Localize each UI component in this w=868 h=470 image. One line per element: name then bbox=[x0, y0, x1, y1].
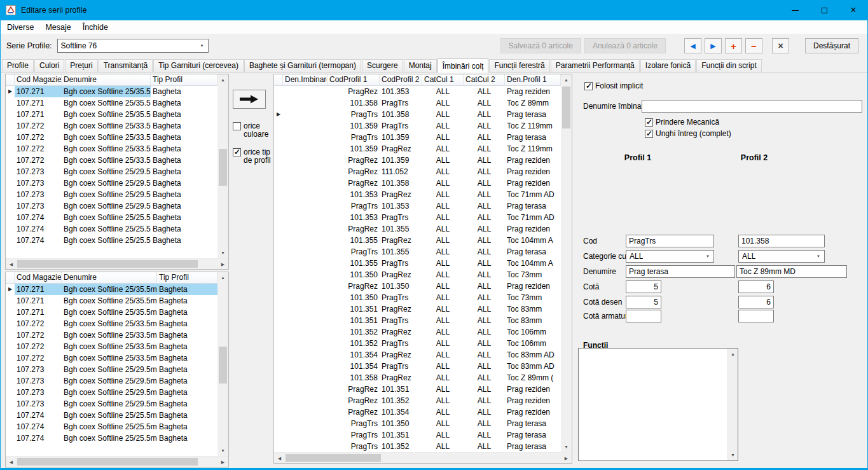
table-row[interactable]: PragTrs101.353ALLALLPrag terasa bbox=[274, 200, 561, 212]
table-row[interactable]: PragTrs101.355ALLALLPrag terasa bbox=[274, 246, 561, 258]
table-row[interactable]: 107.273Bgh coex Softline 25/29.5mmBaghet… bbox=[6, 364, 217, 375]
categorie-cul-2-combobox[interactable]: ALL ▼ bbox=[738, 250, 825, 263]
add-record-button[interactable]: + bbox=[725, 38, 742, 53]
folosit-implicit-checkbox[interactable]: Folosit implicit bbox=[584, 82, 643, 90]
table-row[interactable]: 107.272Bgh coex Softline 25/33.5mmBaghet… bbox=[6, 329, 217, 341]
table-row[interactable]: 101.351PragTrsALLALLToc 83mm bbox=[274, 315, 561, 326]
close-button[interactable]: × bbox=[839, 0, 868, 20]
table-row[interactable]: 101.351PragRezALLALLToc 83mm bbox=[274, 303, 561, 315]
table-row[interactable]: 101.354PragTrsALLALLToc 83mm AD bbox=[274, 361, 561, 372]
scroll-up-button[interactable]: ▲ bbox=[561, 74, 572, 85]
tab-parametrii-performanță[interactable]: Parametrii Performanță bbox=[551, 59, 640, 72]
table-row[interactable]: 101.358PragTrsALLALLToc Z 89mm bbox=[274, 97, 561, 109]
column-header[interactable]: CodProfil 2 bbox=[380, 74, 422, 86]
scroll-down-button[interactable]: ▼ bbox=[727, 450, 738, 460]
orice-culoare-checkbox[interactable]: orice culoare bbox=[233, 122, 272, 139]
table-row[interactable]: ▶107.271Bgh coex Softline 25/35.5mmBaghe… bbox=[6, 284, 217, 295]
table-row[interactable]: 107.272Bgh coex Softline 25/33.5mmBaghet… bbox=[6, 143, 217, 155]
table-row[interactable]: 107.271Bgh coex Softline 25/35.5mmBaghet… bbox=[6, 109, 217, 120]
cota-armatura-2-input[interactable] bbox=[738, 310, 774, 322]
unghi-intreg-checkbox[interactable]: Unghi întreg (complet) bbox=[645, 130, 731, 138]
scroll-down-button[interactable]: ▼ bbox=[217, 445, 228, 456]
table-row[interactable]: 101.350PragTrsALLALLToc 73mm bbox=[274, 292, 561, 303]
scrollbar-track[interactable] bbox=[727, 359, 738, 450]
scroll-down-button[interactable]: ▼ bbox=[561, 441, 572, 452]
categorie-cul-1-combobox[interactable]: ALL ▼ bbox=[626, 250, 714, 263]
table-row[interactable]: 101.354PragRezALLALLToc 83mm AD bbox=[274, 349, 561, 361]
table-row[interactable]: 107.272Bgh coex Softline 25/33.5mmBaghet… bbox=[6, 120, 217, 132]
scroll-up-button[interactable]: ▲ bbox=[217, 272, 228, 283]
tab-baghete-și-garnituri-termopan-[interactable]: Baghete și Garnituri (termopan) bbox=[244, 59, 361, 72]
column-header[interactable]: Cod Magazie bbox=[15, 74, 62, 86]
table-row[interactable]: 107.271Bgh coex Softline 25/35.5mmBaghet… bbox=[6, 307, 217, 318]
cancel-articles-button[interactable]: Anulează 0 articole bbox=[584, 38, 666, 53]
functii-textarea[interactable]: ▲ ▼ bbox=[578, 348, 738, 461]
scroll-right-button[interactable]: ▶ bbox=[561, 453, 572, 464]
denumire-profil-1-input[interactable] bbox=[626, 265, 735, 278]
table-row[interactable]: 101.358PragRezALLALLToc Z 89mm ( bbox=[274, 372, 561, 384]
table-row[interactable]: 107.274Bgh coex Softline 25/25.5mmBaghet… bbox=[6, 223, 217, 235]
table-row[interactable]: PragRez101.355ALLALLPrag reziden bbox=[274, 223, 561, 235]
table-row[interactable]: 107.273Bgh coex Softline 25/29.5mmBaghet… bbox=[6, 177, 217, 189]
scrollbar-track[interactable] bbox=[285, 453, 561, 463]
tab-funcții-din-script[interactable]: Funcții din script bbox=[696, 59, 762, 72]
column-header[interactable]: Denumire bbox=[62, 74, 151, 86]
table-row[interactable]: 107.273Bgh coex Softline 25/29.5mmBaghet… bbox=[6, 398, 217, 410]
scroll-right-button[interactable]: ▶ bbox=[217, 259, 228, 270]
table-row[interactable]: 101.359PragRezALLALLToc Z 119mm bbox=[274, 143, 561, 155]
column-header[interactable]: Tip Profil bbox=[157, 272, 217, 284]
table-row[interactable]: PragRez101.353ALLALLPrag reziden bbox=[274, 86, 561, 97]
table-row[interactable]: 107.272Bgh coex Softline 25/33.5mmBaghet… bbox=[6, 318, 217, 329]
table-row[interactable]: 107.274Bgh coex Softline 25/25.5mmBaghet… bbox=[6, 212, 217, 223]
table-row[interactable]: PragTrs101.350ALLALLPrag terasa bbox=[274, 418, 561, 429]
table-row[interactable]: 101.352PragTrsALLALLToc 106mm bbox=[274, 338, 561, 349]
scroll-left-button[interactable]: ◀ bbox=[274, 453, 285, 464]
scrollbar-thumb[interactable] bbox=[286, 454, 381, 462]
table-row[interactable]: 101.355PragRezALLALLToc 104mm A bbox=[274, 235, 561, 246]
desfasurat-button[interactable]: Desfășurat bbox=[805, 38, 858, 53]
orice-tip-profil-checkbox[interactable]: orice tip de profil bbox=[233, 148, 272, 165]
transfer-button[interactable] bbox=[233, 90, 266, 109]
table-row[interactable]: 107.272Bgh coex Softline 25/33.5mmBaghet… bbox=[6, 132, 217, 143]
column-header[interactable]: Den.Profil 1 bbox=[505, 74, 561, 86]
column-header[interactable]: CatCul 1 bbox=[422, 74, 464, 86]
table-row[interactable]: 107.274Bgh coex Softline 25/25.5mmBaghet… bbox=[6, 432, 217, 444]
table-row[interactable]: 107.272Bgh coex Softline 25/33.5mmBaghet… bbox=[6, 352, 217, 364]
denumire-imbinare-input[interactable] bbox=[642, 100, 862, 113]
scrollbar-thumb[interactable] bbox=[17, 260, 198, 268]
maximize-button[interactable] bbox=[809, 0, 839, 20]
column-header[interactable]: Cod Magazie bbox=[15, 272, 62, 284]
tab-funcții-ferestră[interactable]: Funcții ferestră bbox=[489, 59, 549, 72]
scroll-up-button[interactable]: ▲ bbox=[217, 74, 228, 85]
minimize-button[interactable] bbox=[780, 0, 809, 20]
vertical-scrollbar[interactable]: ▲ ▼ bbox=[727, 349, 738, 460]
tab-tip-garnituri-cercevea-[interactable]: Tip Garnituri (cercevea) bbox=[153, 59, 244, 72]
table-row[interactable]: 101.359PragTrsALLALLToc Z 119mm bbox=[274, 120, 561, 132]
table-row[interactable]: 101.350PragRezALLALLToc 73mm bbox=[274, 269, 561, 280]
serie-profile-combobox[interactable]: Softline 76 ▼ bbox=[57, 39, 209, 53]
tab-izolare-fonică[interactable]: Izolare fonică bbox=[640, 59, 696, 72]
tab-scurgere[interactable]: Scurgere bbox=[362, 59, 403, 72]
scrollbar-thumb[interactable] bbox=[17, 458, 198, 466]
table-row[interactable]: 107.271Bgh coex Softline 25/35.5mmBaghet… bbox=[6, 295, 217, 307]
next-record-button[interactable]: ▶ bbox=[705, 38, 722, 53]
chevron-down-icon[interactable]: ▼ bbox=[196, 39, 208, 52]
scrollbar-thumb[interactable] bbox=[219, 347, 227, 384]
scrollbar-track[interactable] bbox=[217, 85, 228, 247]
table-row[interactable]: PragTrs101.359ALLALLPrag terasa bbox=[274, 132, 561, 143]
vertical-scrollbar[interactable]: ▲ ▼ bbox=[217, 74, 228, 258]
remove-record-button[interactable]: − bbox=[745, 38, 762, 53]
menu-item-mesaje[interactable]: Mesaje bbox=[39, 21, 76, 34]
table-row[interactable]: PragRez101.354ALLALLPrag reziden bbox=[274, 406, 561, 418]
scroll-down-button[interactable]: ▼ bbox=[217, 247, 228, 258]
tab-prețuri[interactable]: Prețuri bbox=[65, 59, 97, 72]
vertical-scrollbar[interactable]: ▲ ▼ bbox=[217, 272, 228, 456]
table-row[interactable]: PragRez101.359ALLALLPrag reziden bbox=[274, 155, 561, 166]
scrollbar-track[interactable] bbox=[17, 259, 217, 269]
horizontal-scrollbar[interactable]: ◀ ▶ bbox=[6, 258, 228, 269]
scroll-left-button[interactable]: ◀ bbox=[6, 259, 17, 270]
chevron-down-icon[interactable]: ▼ bbox=[813, 251, 824, 262]
column-header[interactable]: Denumire bbox=[62, 272, 157, 284]
vertical-scrollbar[interactable]: ▲ ▼ bbox=[561, 74, 572, 452]
cod-profil-2-input[interactable] bbox=[738, 235, 825, 247]
